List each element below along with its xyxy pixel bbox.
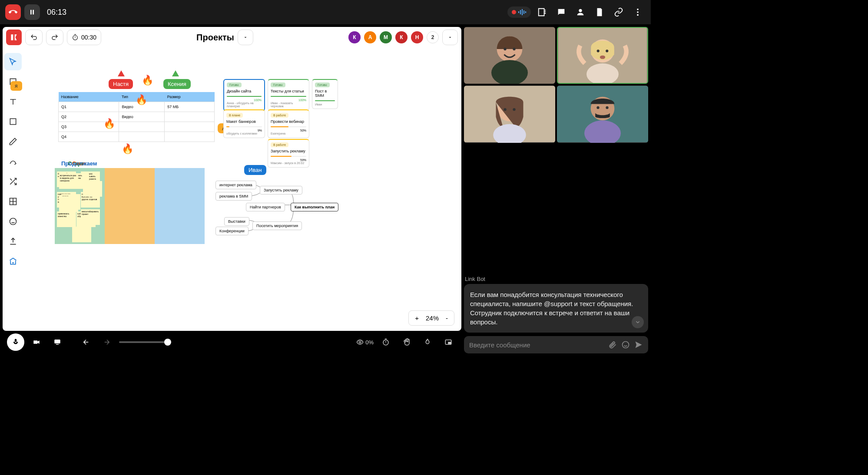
task-card[interactable]: В работе Провести вебинар 50% Екатерина xyxy=(268,109,309,138)
more-button[interactable] xyxy=(630,4,646,20)
task-card[interactable]: В плане Макет баннеров 9% обсудить с кол… xyxy=(223,109,265,138)
svg-point-14 xyxy=(10,218,17,225)
mindmap-node[interactable]: Посетить мероприятия xyxy=(252,221,302,230)
nav-back-button[interactable] xyxy=(77,333,95,351)
link-button[interactable] xyxy=(611,4,626,20)
sticky-note[interactable]: встречаться раз в неделю для синхрона xyxy=(59,173,78,189)
pip-button[interactable] xyxy=(440,333,457,351)
svg-rect-2 xyxy=(518,11,519,13)
svg-rect-0 xyxy=(30,10,32,15)
cursor-label-nastya: Настя xyxy=(109,79,133,89)
right-panel: Link Bot Если вам понадобится консультац… xyxy=(464,24,651,356)
redo-button[interactable] xyxy=(46,30,63,45)
sticky-note[interactable]: привлекать агенство xyxy=(57,211,76,227)
slider-thumb[interactable] xyxy=(164,339,171,346)
undo-button[interactable] xyxy=(25,30,43,45)
svg-rect-1 xyxy=(33,10,34,15)
pause-button[interactable] xyxy=(24,4,40,20)
kanban-column-continue[interactable]: Продолжаем встречаться раз в неделю для … xyxy=(155,168,205,244)
zoom-in-button[interactable]: + xyxy=(415,314,419,322)
person-icon xyxy=(576,7,585,17)
whiteboard-canvas[interactable]: 00:30 Проекты К А М К Н 2 xyxy=(3,27,461,331)
mindmap-node[interactable]: Найти партнеров xyxy=(246,203,285,211)
svg-point-31 xyxy=(600,56,605,59)
add-frame-tool[interactable] xyxy=(4,253,22,270)
mindmap-node[interactable]: Запустить рекламу xyxy=(260,186,302,195)
upload-tool[interactable] xyxy=(4,233,22,250)
hangup-button[interactable] xyxy=(5,4,21,20)
grid-tool[interactable] xyxy=(4,193,22,210)
mindmap-node[interactable]: Конференции xyxy=(215,227,248,235)
camera-button[interactable] xyxy=(28,333,45,351)
cursor-stub: я xyxy=(10,81,22,91)
hand-raise-button[interactable] xyxy=(398,333,415,351)
video-tile[interactable] xyxy=(464,86,555,142)
timer-toggle-button[interactable] xyxy=(377,333,394,351)
sticky-note[interactable] xyxy=(59,196,78,212)
notes-icon xyxy=(537,7,547,17)
smile-icon xyxy=(9,217,17,226)
volume-slider[interactable] xyxy=(119,341,171,343)
board-title[interactable]: Проекты xyxy=(196,33,234,43)
emoji-tool[interactable] xyxy=(4,213,22,230)
participant-avatar[interactable]: К xyxy=(395,31,407,43)
app-logo[interactable] xyxy=(6,30,22,45)
notes-button[interactable] xyxy=(534,4,550,20)
mindmap-center[interactable]: Как выполнить план xyxy=(291,203,338,211)
mic-button[interactable] xyxy=(7,333,24,351)
chat-button[interactable] xyxy=(553,4,569,20)
arrow-left-icon xyxy=(82,338,90,346)
reactions-button[interactable] xyxy=(419,333,436,351)
cursor-label-ivan: Иван xyxy=(244,165,266,175)
sticky-note[interactable] xyxy=(83,181,102,197)
screen-share-button[interactable] xyxy=(49,333,66,351)
video-tile[interactable] xyxy=(464,27,555,84)
video-tile[interactable] xyxy=(557,86,648,142)
shuffle-tool[interactable] xyxy=(4,173,22,190)
task-card[interactable]: Готово Тексты для статьи 100% Иван - пок… xyxy=(268,79,309,111)
task-card[interactable]: Готово Пост в SMM Иван xyxy=(312,79,338,109)
task-card[interactable]: В работе Запустить рекламу 59% Максим - … xyxy=(268,139,309,168)
emoji-icon[interactable] xyxy=(621,340,630,349)
title-dropdown[interactable] xyxy=(238,30,253,45)
participant-avatar[interactable]: К xyxy=(348,31,361,43)
mic-icon xyxy=(12,338,20,346)
task-card[interactable]: Готово Дизайн сайта 100% Анна - обсудить… xyxy=(223,79,265,111)
kanban-column-stop[interactable]: Стоп не срывать дедлайны лучше планирова… xyxy=(105,168,155,244)
send-icon[interactable] xyxy=(634,340,643,349)
pen-tool[interactable] xyxy=(4,133,22,150)
timer-button[interactable]: 00:30 xyxy=(67,30,101,45)
participant-avatar[interactable]: Н xyxy=(411,31,423,43)
people-button[interactable] xyxy=(573,4,588,20)
square-icon xyxy=(9,117,17,126)
logo-icon xyxy=(10,33,18,42)
text-tool[interactable] xyxy=(4,93,22,110)
video-tile-active[interactable] xyxy=(557,27,648,84)
nav-forward-button[interactable] xyxy=(98,333,116,351)
mindmap-node[interactable]: реклама в SMM xyxy=(215,192,252,201)
recording-indicator[interactable] xyxy=(507,7,531,18)
svg-point-8 xyxy=(637,9,639,10)
arrow-tool[interactable] xyxy=(4,153,22,170)
attachment-icon[interactable] xyxy=(608,340,617,349)
sticky-note[interactable] xyxy=(72,227,91,242)
participants-dropdown[interactable] xyxy=(442,30,458,45)
participant-avatar[interactable]: А xyxy=(364,31,376,43)
svg-rect-12 xyxy=(10,119,16,124)
sticky-note[interactable]: масштабировать проект xyxy=(81,209,100,225)
document-button[interactable] xyxy=(592,4,607,20)
visibility-button[interactable]: 0% xyxy=(356,333,374,351)
participant-avatar[interactable]: М xyxy=(380,31,392,43)
kanban-board[interactable]: Старт больше бюджет на продвижение прави… xyxy=(55,168,205,244)
chat-input[interactable] xyxy=(469,341,604,349)
select-tool[interactable] xyxy=(4,53,22,70)
zoom-out-button[interactable]: - xyxy=(446,314,448,322)
fire-icon: 🔥 xyxy=(122,143,133,155)
chat-expand-button[interactable] xyxy=(632,316,644,328)
grid-icon xyxy=(9,197,17,206)
svg-point-25 xyxy=(513,48,515,50)
mindmap-node[interactable]: интернет реклама xyxy=(215,181,256,189)
mindmap-node[interactable]: Выставки xyxy=(224,217,249,226)
participant-overflow[interactable]: 2 xyxy=(427,31,439,43)
shape-tool[interactable] xyxy=(4,113,22,130)
